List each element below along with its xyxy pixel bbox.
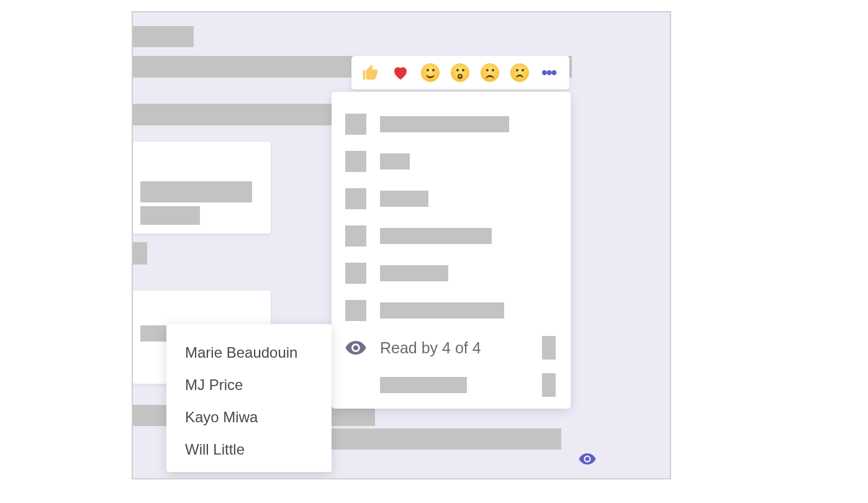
read-by-label: Read by 4 of 4: [380, 339, 481, 357]
reaction-sad[interactable]: [479, 62, 500, 83]
menu-item-label: [380, 265, 448, 281]
menu-item-icon: [345, 225, 366, 247]
placeholder-bar: [133, 242, 147, 265]
menu-item[interactable]: [345, 143, 559, 180]
menu-item[interactable]: [345, 106, 559, 143]
placeholder-bar: [140, 325, 166, 342]
menu-item-label: [380, 153, 410, 170]
reaction-angry[interactable]: [509, 62, 530, 83]
placeholder-bar: [140, 206, 200, 225]
submenu-arrow-icon: [542, 336, 556, 360]
thumbs-up-icon: [361, 63, 380, 82]
reaction-surprised[interactable]: [450, 62, 471, 83]
menu-item-icon: [345, 374, 366, 396]
angry-icon: [510, 63, 529, 82]
seen-indicator-icon: [579, 453, 596, 467]
readers-tooltip: Marie Beaudouin MJ Price Kayo Miwa Will …: [166, 324, 332, 472]
message-context-menu: Read by 4 of 4: [332, 92, 571, 409]
reaction-like[interactable]: [360, 62, 381, 83]
menu-item-icon: [345, 300, 366, 321]
chat-window: ••• Read by: [132, 11, 671, 479]
reaction-laugh[interactable]: [420, 62, 441, 83]
menu-item-icon: [345, 151, 366, 172]
menu-item[interactable]: [345, 292, 559, 329]
menu-item-label: [380, 191, 428, 207]
menu-item-icon: [345, 188, 366, 209]
surprised-icon: [451, 63, 469, 82]
reader-name: Marie Beaudouin: [185, 337, 332, 369]
reaction-heart[interactable]: [390, 62, 411, 83]
placeholder-bar: [140, 181, 252, 202]
menu-item-icon: [345, 114, 366, 135]
menu-item-label: [380, 302, 504, 319]
menu-item[interactable]: [345, 255, 559, 292]
placeholder-bar: [133, 104, 333, 125]
reaction-toolbar: •••: [351, 56, 569, 89]
placeholder-bar: [322, 428, 561, 450]
more-options-button[interactable]: •••: [539, 63, 558, 83]
menu-item[interactable]: [345, 217, 559, 255]
menu-item-label: [380, 377, 467, 393]
heart-icon: [391, 63, 410, 82]
submenu-arrow-icon: [542, 373, 556, 397]
eye-icon: [345, 337, 366, 358]
reader-name: Will Little: [185, 433, 332, 466]
message-card: [133, 142, 271, 233]
menu-item[interactable]: [345, 366, 559, 404]
menu-item-icon: [345, 263, 366, 284]
menu-item-label: [380, 116, 509, 132]
menu-item-label: [380, 228, 492, 244]
reader-name: MJ Price: [185, 369, 332, 401]
sad-icon: [481, 63, 499, 82]
reader-name: Kayo Miwa: [185, 401, 332, 433]
menu-item-read-by[interactable]: Read by 4 of 4: [345, 329, 559, 366]
menu-item[interactable]: [345, 180, 559, 217]
laugh-icon: [421, 63, 440, 82]
placeholder-bar: [133, 26, 194, 47]
